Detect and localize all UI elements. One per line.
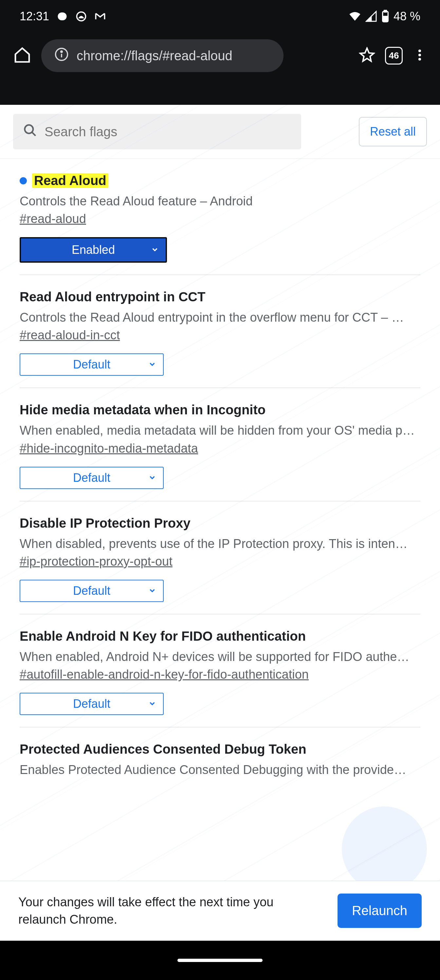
flag-description: When disabled, prevents use of the IP Pr… — [20, 535, 419, 552]
svg-rect-4 — [383, 16, 387, 21]
flag-description: Controls the Read Aloud entrypoint in th… — [20, 309, 419, 326]
svg-rect-3 — [384, 11, 387, 12]
relaunch-button[interactable]: Relaunch — [338, 894, 422, 928]
flag-select[interactable]: Enabled — [20, 237, 167, 262]
flag-item: Read AloudControls the Read Aloud featur… — [20, 159, 420, 275]
home-icon[interactable] — [13, 46, 32, 65]
tab-count[interactable]: 46 — [385, 47, 403, 65]
search-icon — [23, 123, 37, 140]
flag-select[interactable]: Default — [20, 693, 164, 715]
flag-description: When enabled, media metadata will be hid… — [20, 422, 419, 439]
reset-all-button[interactable]: Reset all — [359, 117, 427, 146]
flag-description: When enabled, Android N+ devices will be… — [20, 648, 419, 665]
flag-item: Hide media metadata when in IncognitoWhe… — [20, 388, 420, 501]
nav-pill[interactable] — [178, 959, 262, 962]
flag-select[interactable]: Default — [20, 353, 164, 376]
flag-select[interactable]: Default — [20, 580, 164, 602]
battery-percent: 48 % — [394, 10, 420, 23]
flag-select-value: Default — [73, 584, 110, 598]
svg-line-12 — [32, 132, 36, 135]
svg-point-9 — [418, 54, 421, 56]
svg-point-8 — [418, 49, 421, 52]
chevron-down-icon — [148, 697, 156, 711]
site-info-icon[interactable] — [54, 47, 69, 65]
flag-anchor[interactable]: #ip-protection-proxy-opt-out — [20, 555, 173, 569]
status-time: 12:31 — [20, 10, 49, 23]
battery-icon — [381, 10, 389, 23]
flag-description: Enables Protected Audience Consented Deb… — [20, 761, 419, 779]
svg-point-7 — [61, 51, 62, 52]
flag-select-value: Default — [73, 697, 110, 711]
modified-dot-icon — [20, 177, 27, 185]
flag-title: Disable IP Protection Proxy — [20, 516, 191, 531]
notif-icon-1 — [56, 11, 68, 22]
system-nav-bar — [0, 941, 440, 980]
browser-toolbar: chrome://flags/#read-aloud 46 — [0, 33, 440, 79]
relaunch-message: Your changes will take effect the next t… — [18, 894, 324, 928]
flag-title: Protected Audiences Consented Debug Toke… — [20, 742, 307, 757]
flag-item: Protected Audiences Consented Debug Toke… — [20, 727, 420, 779]
chevron-down-icon — [148, 471, 156, 485]
search-input[interactable] — [44, 124, 291, 139]
flag-anchor[interactable]: #read-aloud — [20, 212, 86, 226]
flag-title: Read Aloud — [32, 173, 108, 188]
svg-point-10 — [418, 58, 421, 60]
flag-anchor[interactable]: #read-aloud-in-cct — [20, 328, 120, 342]
flag-select-value: Default — [73, 471, 110, 485]
svg-point-11 — [25, 125, 33, 133]
bookmark-icon[interactable] — [359, 47, 375, 65]
flag-item: Read Aloud entrypoint in CCTControls the… — [20, 275, 420, 388]
flags-list: Read AloudControls the Read Aloud featur… — [0, 159, 440, 779]
flag-title: Enable Android N Key for FIDO authentica… — [20, 629, 306, 644]
gmail-icon — [94, 11, 106, 22]
flag-select[interactable]: Default — [20, 467, 164, 489]
signal-icon — [365, 11, 377, 22]
relaunch-bar: Your changes will take effect the next t… — [0, 881, 440, 941]
url-bar[interactable]: chrome://flags/#read-aloud — [41, 39, 284, 72]
svg-rect-0 — [58, 13, 67, 20]
overflow-menu-icon[interactable] — [413, 48, 427, 64]
flag-select-value: Enabled — [72, 243, 115, 257]
flag-description: Controls the Read Aloud feature – Androi… — [20, 192, 419, 210]
chevron-down-icon — [148, 358, 156, 371]
notif-icon-2 — [75, 11, 87, 22]
flag-title: Hide media metadata when in Incognito — [20, 402, 265, 417]
wifi-icon — [348, 10, 361, 23]
url-text: chrome://flags/#read-aloud — [76, 48, 232, 63]
flag-title: Read Aloud entrypoint in CCT — [20, 290, 205, 304]
flag-anchor[interactable]: #autofill-enable-android-n-key-for-fido-… — [20, 668, 309, 682]
flags-page: Reset all Read AloudControls the Read Al… — [0, 105, 440, 941]
chevron-down-icon — [148, 584, 156, 598]
search-box[interactable] — [13, 114, 301, 150]
status-bar: 12:31 48 % — [0, 0, 440, 33]
flag-anchor[interactable]: #hide-incognito-media-metadata — [20, 442, 198, 456]
flag-select-value: Default — [73, 358, 110, 371]
flag-item: Enable Android N Key for FIDO authentica… — [20, 614, 420, 727]
search-row: Reset all — [0, 105, 440, 159]
flag-item: Disable IP Protection ProxyWhen disabled… — [20, 501, 420, 614]
chevron-down-icon — [151, 243, 159, 257]
